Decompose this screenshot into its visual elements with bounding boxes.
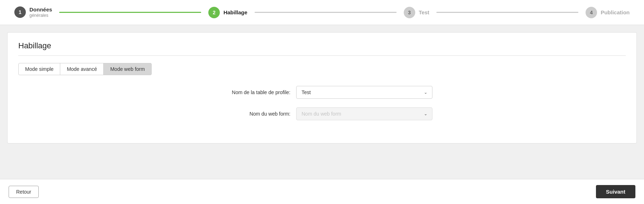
back-button[interactable]: Retour bbox=[9, 186, 39, 198]
step-3-label: Test bbox=[419, 9, 430, 16]
step-4-circle: 4 bbox=[586, 7, 597, 18]
footer: Retour Suivant bbox=[0, 179, 644, 204]
step-1-label: Données générales bbox=[29, 6, 52, 18]
step-3: 3 Test bbox=[404, 7, 430, 18]
next-button[interactable]: Suivant bbox=[596, 185, 635, 198]
step-1-circle: 1 bbox=[14, 6, 26, 18]
webform-select-wrapper: Nom du web form ⌄ bbox=[296, 107, 432, 120]
card-title: Habillage bbox=[18, 41, 626, 56]
profile-table-field: Nom de la table de profile: Test ⌄ bbox=[18, 86, 626, 99]
webform-label: Nom du web form: bbox=[212, 111, 290, 117]
webform-select[interactable]: Nom du web form bbox=[296, 107, 432, 120]
step-2-label: Habillage bbox=[223, 9, 247, 16]
profile-table-select[interactable]: Test bbox=[296, 86, 432, 99]
stepper: 1 Données générales 2 Habillage 3 Test 4… bbox=[0, 0, 644, 25]
step-line-1-2 bbox=[59, 12, 201, 13]
step-2-circle: 2 bbox=[208, 7, 220, 18]
mode-tabs: Mode simple Mode avancé Mode web form bbox=[18, 63, 626, 75]
habillage-card: Habillage Mode simple Mode avancé Mode w… bbox=[7, 32, 637, 144]
main-area: Habillage Mode simple Mode avancé Mode w… bbox=[0, 25, 644, 179]
tab-mode-webform[interactable]: Mode web form bbox=[103, 63, 151, 75]
step-4-label: Publication bbox=[601, 9, 630, 16]
step-2: 2 Habillage bbox=[208, 7, 247, 18]
step-1: 1 Données générales bbox=[14, 6, 52, 18]
step-line-2-3 bbox=[255, 12, 397, 13]
step-3-circle: 3 bbox=[404, 7, 415, 18]
tab-mode-avance[interactable]: Mode avancé bbox=[60, 63, 104, 75]
tab-mode-simple[interactable]: Mode simple bbox=[18, 63, 60, 75]
step-line-3-4 bbox=[436, 12, 578, 13]
profile-table-label: Nom de la table de profile: bbox=[212, 89, 290, 95]
profile-table-select-wrapper: Test ⌄ bbox=[296, 86, 432, 99]
step-4: 4 Publication bbox=[586, 7, 630, 18]
webform-field: Nom du web form: Nom du web form ⌄ bbox=[18, 107, 626, 120]
